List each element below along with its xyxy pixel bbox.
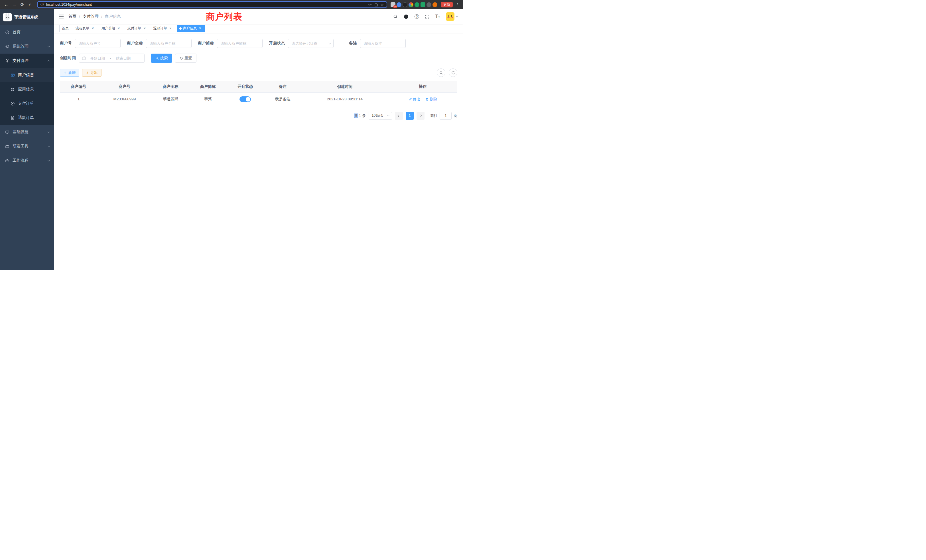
active-tab-dot xyxy=(179,27,182,30)
chevron-down-icon xyxy=(48,159,50,161)
table-right-tools xyxy=(437,68,457,77)
extension-icon-badge[interactable]: 10 xyxy=(390,2,395,7)
breadcrumb: 首页 / 支付管理 / 商户信息 xyxy=(68,14,121,19)
remark-field: 备注 xyxy=(349,39,406,48)
url-text: localhost:1024/pay/merchant xyxy=(46,3,366,6)
sidebar-item-label: 系统管理 xyxy=(12,44,45,49)
breadcrumb-home[interactable]: 首页 xyxy=(68,14,76,19)
extension-icon-green[interactable] xyxy=(415,2,419,7)
reload-icon[interactable]: ⟳ xyxy=(19,1,26,8)
breadcrumb-payment[interactable]: 支付管理 xyxy=(83,14,98,19)
status-toggle[interactable] xyxy=(239,96,251,102)
tab-merchant-info[interactable]: 商户信息 × xyxy=(177,25,205,32)
sidebar-item-infrastructure[interactable]: 基础设施 xyxy=(0,125,54,139)
field-label: 开启状态 xyxy=(269,41,285,46)
field-label: 商户号 xyxy=(60,41,72,46)
close-icon[interactable]: × xyxy=(198,27,202,30)
delete-link[interactable]: 删除 xyxy=(425,97,437,102)
site-info-icon[interactable]: ⓘ xyxy=(41,2,44,7)
url-bar[interactable]: ⓘ localhost:1024/pay/merchant ☆ xyxy=(37,1,387,8)
page-number-button[interactable]: 1 xyxy=(406,112,414,120)
page-size-select[interactable]: 10条/页 xyxy=(369,112,392,120)
help-icon[interactable]: ? xyxy=(415,14,419,19)
tab-refund-order[interactable]: 退款订单 × xyxy=(151,25,175,32)
toggle-search-icon[interactable] xyxy=(437,68,445,77)
export-button[interactable]: 导出 xyxy=(82,69,101,77)
tab-user-group[interactable]: 用户分组 × xyxy=(99,25,123,32)
font-size-icon[interactable]: TT xyxy=(435,14,440,19)
sidebar-item-workflow[interactable]: 工作流程 xyxy=(0,153,54,168)
yen-icon xyxy=(5,59,10,63)
next-page-button[interactable] xyxy=(416,112,425,120)
sidebar-item-label: 研发工具 xyxy=(12,144,45,149)
sidebar-item-label: 退款订单 xyxy=(18,115,50,120)
devtools-icon xyxy=(5,144,10,148)
extension-icon-colorful[interactable] xyxy=(409,2,413,7)
close-icon[interactable]: × xyxy=(117,27,121,30)
browser-menu-icon[interactable]: ⋮ xyxy=(455,2,460,7)
home-icon[interactable]: ⌂ xyxy=(27,1,34,8)
remark-input[interactable] xyxy=(360,39,406,48)
status-select[interactable] xyxy=(288,39,334,48)
extension-icon-notes[interactable] xyxy=(421,2,425,7)
sidebar-item-label: 工作流程 xyxy=(12,158,45,163)
back-icon[interactable]: ← xyxy=(3,1,10,8)
sidebar-item-label: 商户信息 xyxy=(18,73,50,77)
refresh-table-icon[interactable] xyxy=(449,68,457,77)
date-range-picker[interactable]: - xyxy=(79,54,145,63)
merchant-no-input[interactable] xyxy=(75,39,121,48)
extension-icon-dark[interactable] xyxy=(402,2,407,7)
search-button[interactable]: 搜索 xyxy=(151,54,172,63)
fullscreen-icon[interactable] xyxy=(425,15,429,19)
close-icon[interactable]: × xyxy=(168,27,172,30)
chevron-up-icon xyxy=(48,60,50,62)
total-count: 共 1 条 xyxy=(354,113,366,118)
end-date-input[interactable] xyxy=(113,56,134,61)
goto-page-input[interactable] xyxy=(440,112,452,120)
sidebar-item-label: 基础设施 xyxy=(12,129,45,135)
sidebar-subitem-merchant-info[interactable]: 商户信息 xyxy=(0,68,54,82)
add-button[interactable]: 新增 xyxy=(60,69,79,77)
browser-update-button[interactable]: 更新 xyxy=(441,2,453,8)
sidebar-item-system-mgmt[interactable]: 系统管理 xyxy=(0,39,54,54)
goto-suffix: 页 xyxy=(454,113,457,118)
forward-icon[interactable]: → xyxy=(11,1,18,8)
bookmark-star-icon[interactable]: ☆ xyxy=(380,3,384,7)
github-icon[interactable] xyxy=(404,14,409,19)
tab-flow-form[interactable]: 流程表单 × xyxy=(73,25,97,32)
user-avatar[interactable] xyxy=(446,12,458,21)
prev-page-button[interactable] xyxy=(395,112,403,120)
hamburger-icon[interactable] xyxy=(54,9,68,24)
cell-merchant-id: 1 xyxy=(60,92,97,106)
full-name-input[interactable] xyxy=(146,39,192,48)
share-icon[interactable] xyxy=(374,3,378,6)
tab-pay-order[interactable]: 支付订单 × xyxy=(125,25,149,32)
sidebar-subitem-refund-order[interactable]: 退款订单 xyxy=(0,110,54,125)
sidebar-item-home[interactable]: 首页 xyxy=(0,25,54,39)
close-icon[interactable]: × xyxy=(142,27,147,30)
create-time-field: 创建时间 - xyxy=(60,54,145,63)
search-icon[interactable] xyxy=(393,14,398,19)
edit-link[interactable]: 修改 xyxy=(409,97,420,102)
browser-profile-avatar[interactable] xyxy=(433,2,437,7)
reset-button[interactable]: 重置 xyxy=(175,54,197,63)
short-name-input[interactable] xyxy=(217,39,263,48)
sidebar-item-dev-tools[interactable]: 研发工具 xyxy=(0,139,54,153)
pagination: 共 1 条 10条/页 1 前往 页 xyxy=(60,112,457,120)
start-date-input[interactable] xyxy=(87,56,108,61)
tags-view: 首页 流程表单 × 用户分组 × 支付订单 × 退款订单 × 商户信息 × xyxy=(54,24,463,33)
sidebar: 芋道管理系统 首页 系统管理 xyxy=(0,9,54,270)
search-button-label: 搜索 xyxy=(160,56,168,61)
password-key-icon[interactable] xyxy=(368,3,372,6)
sidebar-subitem-app-info[interactable]: 应用信息 xyxy=(0,82,54,96)
app-logo[interactable]: 芋道管理系统 xyxy=(0,9,54,25)
cell-merchant-no: M233666999 xyxy=(97,92,152,106)
extension-icon-pin[interactable] xyxy=(427,2,431,7)
extension-icon-blue[interactable] xyxy=(396,2,401,7)
sidebar-item-payment-mgmt[interactable]: 支付管理 xyxy=(0,54,54,68)
calendar-icon xyxy=(82,56,86,60)
sidebar-subitem-pay-order[interactable]: 支付订单 xyxy=(0,96,54,110)
tab-home[interactable]: 首页 xyxy=(59,25,71,32)
close-icon[interactable]: × xyxy=(91,27,95,30)
field-label: 商户简称 xyxy=(198,41,214,46)
